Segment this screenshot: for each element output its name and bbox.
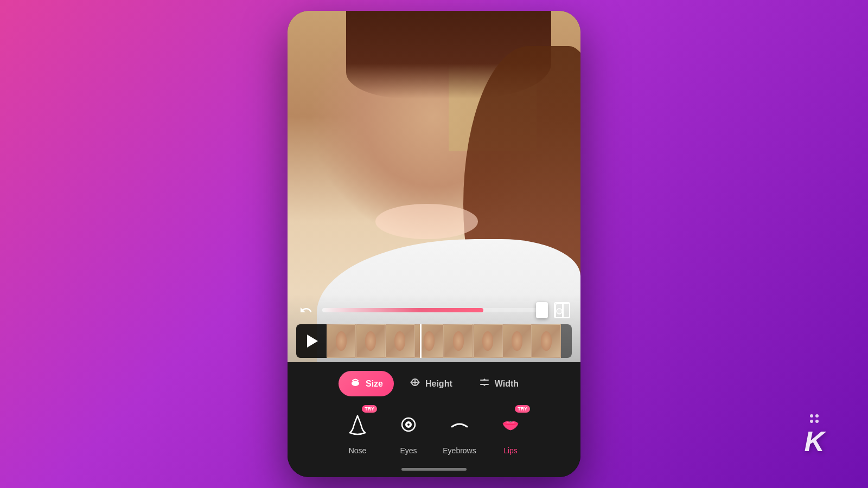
eyebrows-label: Eyebrows — [443, 446, 476, 455]
lips-label: Lips — [503, 446, 518, 455]
feature-lips[interactable]: Try Lips — [493, 407, 528, 455]
progress-bar-container[interactable] — [322, 308, 546, 312]
knowtechie-logo: K — [804, 414, 825, 455]
tab-height-label: Height — [425, 379, 452, 389]
svg-point-7 — [407, 423, 410, 426]
tab-row: Size Height — [288, 362, 580, 401]
nose-label: Nose — [349, 446, 367, 455]
tab-height[interactable]: Height — [398, 371, 463, 396]
progress-thumb[interactable] — [536, 302, 548, 318]
logo-dot-4 — [815, 420, 819, 423]
lips-try-badge: Try — [515, 405, 530, 413]
timeline-strip — [296, 324, 572, 358]
phone-container: Size Height — [288, 11, 580, 477]
width-icon — [478, 376, 490, 391]
svg-point-3 — [352, 381, 359, 386]
compare-icon — [554, 302, 570, 318]
undo-button[interactable] — [296, 300, 316, 320]
thumbnail-3 — [385, 324, 414, 358]
thumbnail-7 — [502, 324, 532, 358]
lips-icon-wrapper: Try — [493, 407, 528, 442]
tab-size-label: Size — [366, 379, 383, 389]
size-icon — [349, 376, 361, 391]
home-indicator — [288, 464, 580, 477]
tab-size[interactable]: Size — [339, 371, 394, 396]
nose-icon — [346, 413, 369, 436]
logo-dots — [810, 414, 819, 423]
progress-track — [322, 308, 546, 312]
tab-width[interactable]: Width — [468, 371, 529, 396]
eyebrows-icon — [448, 413, 471, 436]
eyes-icon-wrapper — [391, 407, 426, 442]
thumbnail-8 — [532, 324, 561, 358]
progress-fill — [322, 308, 483, 312]
thumbnail-2 — [356, 324, 385, 358]
eyebrows-icon-wrapper — [442, 407, 477, 442]
tab-width-label: Width — [495, 379, 519, 389]
thumbnail-1 — [327, 324, 356, 358]
thumbnail-5 — [444, 324, 473, 358]
lips-icon — [499, 413, 522, 436]
feature-row: Try Nose Eyes — [288, 401, 580, 464]
svg-point-2 — [557, 309, 562, 314]
nose-icon-wrapper: Try — [340, 407, 375, 442]
feature-eyebrows[interactable]: Eyebrows — [442, 407, 477, 455]
smile-area — [375, 204, 478, 239]
logo-dot-2 — [815, 414, 819, 418]
compare-button[interactable] — [552, 300, 572, 320]
nose-try-badge: Try — [362, 405, 377, 413]
timeline-cursor[interactable] — [420, 324, 422, 358]
play-icon — [307, 335, 318, 348]
bottom-panel: Size Height — [288, 362, 580, 477]
home-bar — [401, 468, 467, 471]
progress-row — [296, 300, 572, 320]
height-icon — [409, 376, 421, 391]
play-button[interactable] — [296, 324, 327, 358]
feature-eyes[interactable]: Eyes — [391, 407, 426, 455]
logo-letter: K — [804, 427, 825, 455]
logo-dot-1 — [810, 414, 813, 418]
video-controls — [288, 294, 580, 362]
thumbnail-6 — [473, 324, 502, 358]
thumbnail-4 — [414, 324, 444, 358]
logo-dot-3 — [810, 420, 813, 423]
thumbnails-container — [327, 324, 572, 358]
feature-nose[interactable]: Try Nose — [340, 407, 375, 455]
eyes-label: Eyes — [400, 446, 417, 455]
video-area — [288, 11, 580, 362]
eyes-icon — [397, 413, 420, 436]
